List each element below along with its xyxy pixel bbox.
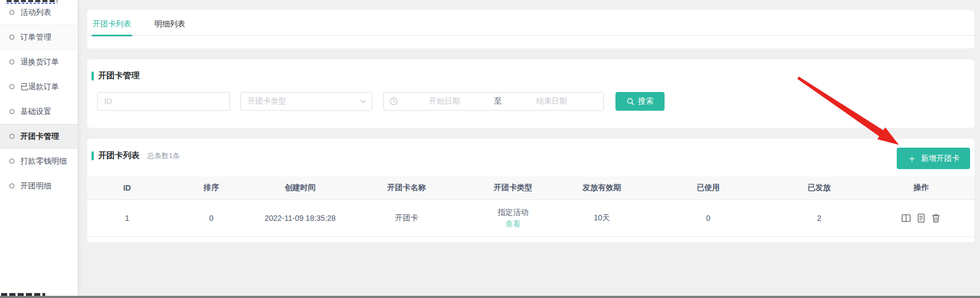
trash-icon[interactable] xyxy=(931,213,941,223)
column-header-used: 已使用 xyxy=(646,183,770,193)
filter-section-title: 开团卡管理 xyxy=(98,71,140,81)
cell-name: 开团卡 xyxy=(345,213,469,223)
sidebar-item-payment-detail[interactable]: 打款零钱明细 xyxy=(0,149,78,174)
cell-type: 指定活动 查看 xyxy=(469,208,558,229)
total-count-text: 总条数1条 xyxy=(147,151,180,161)
cell-created: 2022-11-09 18:35:28 xyxy=(256,214,345,223)
date-range-separator: 至 xyxy=(491,96,505,106)
add-group-card-button-label: 新增开团卡 xyxy=(921,154,960,164)
add-group-card-button[interactable]: ＋ 新增开团卡 xyxy=(897,148,970,169)
sidebar-item-group-detail[interactable]: 开团明细 xyxy=(0,174,78,198)
tab-group-card-list[interactable]: 开团卡列表 xyxy=(93,10,131,35)
list-section-header: 开团卡列表 总条数1条 xyxy=(87,139,974,161)
section-marker xyxy=(92,72,94,80)
date-end-placeholder: 结束日期 xyxy=(505,96,598,106)
table-header-row: ID 排序 创建时间 开团卡名称 开团卡类型 发放有效期 已使用 已发放 操作 xyxy=(87,176,974,199)
cell-type-text: 指定活动 xyxy=(497,208,528,218)
circle-icon xyxy=(9,183,14,188)
sidebar-item-refunded-orders[interactable]: 已退款订单 xyxy=(0,74,78,99)
search-icon xyxy=(626,97,635,106)
cell-id: 1 xyxy=(87,214,167,223)
sidebar: 活动列表 订单管理 退换货订单 已退款订单 基础设置 开团卡管理 打款零钱明细 … xyxy=(0,0,78,296)
card-detail-icon[interactable] xyxy=(901,213,911,223)
column-header-actions: 操作 xyxy=(868,183,974,193)
tabs-panel: 开团卡列表 明细列表 xyxy=(87,10,974,48)
sidebar-item-label: 退换货订单 xyxy=(20,57,59,67)
column-header-validity: 发放有效期 xyxy=(558,183,646,193)
clipped-bottom-text xyxy=(1,292,45,296)
cell-validity: 10天 xyxy=(558,213,646,223)
table-row: 1 0 2022-11-09 18:35:28 开团卡 指定活动 查看 10天 … xyxy=(87,199,974,237)
sidebar-item-label: 基础设置 xyxy=(20,107,51,117)
sidebar-item-label: 已退款订单 xyxy=(20,82,59,92)
sidebar-item-group-card-management[interactable]: 开团卡管理 xyxy=(0,124,78,149)
sidebar-item-label: 开团明细 xyxy=(20,181,51,191)
cell-actions xyxy=(868,213,974,223)
chevron-down-icon xyxy=(360,100,366,104)
cell-sort: 0 xyxy=(167,214,256,223)
column-header-sort: 排序 xyxy=(167,183,256,193)
column-header-issued: 已发放 xyxy=(770,183,868,193)
sidebar-item-basic-settings[interactable]: 基础设置 xyxy=(0,99,78,124)
id-input[interactable] xyxy=(97,92,230,111)
tab-detail-list[interactable]: 明细列表 xyxy=(154,10,185,35)
clipped-text-fragment xyxy=(7,0,57,4)
date-range-picker[interactable]: 开始日期 至 结束日期 xyxy=(383,92,604,111)
card-type-select[interactable]: 开团卡类型 xyxy=(240,92,372,111)
circle-icon xyxy=(9,59,14,64)
section-marker xyxy=(92,151,94,160)
view-link[interactable]: 查看 xyxy=(505,219,521,229)
group-card-table: ID 排序 创建时间 开团卡名称 开团卡类型 发放有效期 已使用 已发放 操作 … xyxy=(87,176,974,237)
sidebar-item-label: 开团卡管理 xyxy=(20,132,59,142)
filter-panel: 开团卡管理 开团卡类型 开始日期 至 结束日期 搜索 xyxy=(87,59,974,128)
filter-section-header: 开团卡管理 xyxy=(87,59,974,81)
sidebar-item-order-management[interactable]: 订单管理 xyxy=(0,25,78,50)
plus-icon: ＋ xyxy=(907,154,917,163)
column-header-type: 开团卡类型 xyxy=(469,183,558,193)
sidebar-item-label: 订单管理 xyxy=(20,32,51,42)
column-header-created: 创建时间 xyxy=(256,183,345,193)
date-start-placeholder: 开始日期 xyxy=(398,96,491,106)
filter-row: 开团卡类型 开始日期 至 结束日期 搜索 xyxy=(97,92,974,111)
cell-used: 0 xyxy=(646,214,770,223)
cell-issued: 2 xyxy=(770,214,868,223)
circle-icon xyxy=(9,84,14,89)
circle-icon xyxy=(9,134,14,139)
search-button-label: 搜索 xyxy=(638,96,654,106)
tab-bar: 开团卡列表 明细列表 xyxy=(87,10,974,36)
column-header-name: 开团卡名称 xyxy=(345,183,469,193)
column-header-id: ID xyxy=(87,183,167,192)
clock-icon xyxy=(389,97,398,106)
search-button[interactable]: 搜索 xyxy=(615,92,665,111)
sidebar-item-label: 打款零钱明细 xyxy=(20,156,67,166)
circle-icon xyxy=(9,35,14,40)
bottom-status-bar xyxy=(0,296,980,298)
circle-icon xyxy=(9,10,14,15)
list-section-title: 开团卡列表 xyxy=(98,150,140,161)
list-panel: 开团卡列表 总条数1条 ＋ 新增开团卡 ID 排序 创建时间 开团卡名称 开团卡… xyxy=(87,139,974,242)
circle-icon xyxy=(9,159,14,164)
sidebar-item-return-orders[interactable]: 退换货订单 xyxy=(0,50,78,74)
card-type-select-placeholder: 开团卡类型 xyxy=(248,96,286,106)
sidebar-item-label: 活动列表 xyxy=(20,8,51,18)
document-icon[interactable] xyxy=(916,213,926,223)
circle-icon xyxy=(9,109,14,114)
